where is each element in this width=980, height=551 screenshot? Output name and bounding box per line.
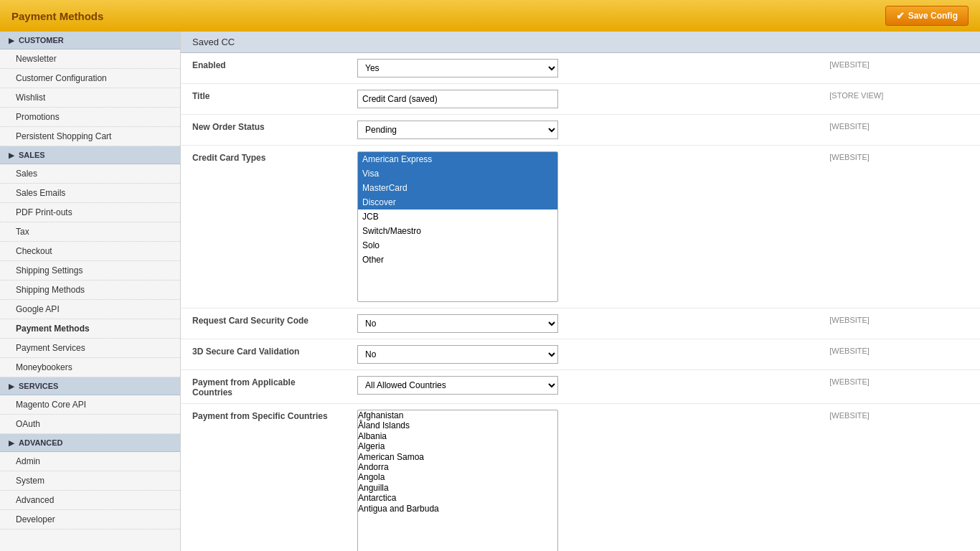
form-row-request-card-security-code: Request Card Security Code No Yes [WEBSI…: [181, 309, 980, 339]
field-control-3d-secure: No Yes: [346, 339, 818, 370]
header-actions: ✔ Save Config: [885, 6, 969, 26]
sidebar-item-magento-core-api[interactable]: Magento Core API: [0, 395, 180, 415]
form-row-enabled: Enabled Yes No [WEBSITE]: [181, 53, 980, 84]
title-input[interactable]: [357, 90, 558, 108]
scope-title: [STORE VIEW]: [818, 84, 980, 115]
sidebar-item-shipping-methods[interactable]: Shipping Methods: [0, 281, 180, 300]
sidebar-item-tax[interactable]: Tax: [0, 222, 180, 242]
scope-enabled: [WEBSITE]: [818, 53, 980, 84]
scope-credit-card-types: [WEBSITE]: [818, 146, 980, 309]
form-row-new-order-status: New Order Status Pending Processing [WEB…: [181, 115, 980, 146]
sidebar-item-developer[interactable]: Developer: [0, 510, 180, 529]
field-control-specific-countries: Afghanistan Åland Islands Albania Algeri…: [346, 404, 818, 552]
sidebar-item-customer-configuration[interactable]: Customer Configuration: [0, 69, 180, 88]
sidebar-item-shipping-settings[interactable]: Shipping Settings: [0, 261, 180, 281]
page-title: Payment Methods: [11, 10, 103, 22]
sidebar-item-checkout[interactable]: Checkout: [0, 242, 180, 261]
field-label-credit-card-types: Credit Card Types: [181, 146, 346, 309]
sidebar-item-google-api[interactable]: Google API: [0, 300, 180, 319]
field-control-enabled: Yes No: [346, 53, 818, 84]
scope-applicable-countries: [WEBSITE]: [818, 370, 980, 404]
scope-specific-countries: [WEBSITE]: [818, 404, 980, 552]
scope-request-card-security-code: [WEBSITE]: [818, 309, 980, 339]
sidebar: ▶ CUSTOMER Newsletter Customer Configura…: [0, 32, 181, 551]
check-icon: ✔: [896, 10, 905, 22]
sidebar-item-pdf-print-outs[interactable]: PDF Print-outs: [0, 203, 180, 222]
applicable-countries-select[interactable]: All Allowed Countries Specific Countries: [357, 376, 558, 395]
sidebar-item-promotions[interactable]: Promotions: [0, 108, 180, 127]
main-layout: ▶ CUSTOMER Newsletter Customer Configura…: [0, 32, 980, 551]
sidebar-item-newsletter[interactable]: Newsletter: [0, 50, 180, 69]
sidebar-section-customer[interactable]: ▶ CUSTOMER: [0, 32, 180, 50]
header-bar: Payment Methods ✔ Save Config: [0, 0, 980, 32]
sidebar-item-admin[interactable]: Admin: [0, 452, 180, 471]
request-card-security-code-select[interactable]: No Yes: [357, 314, 558, 333]
field-control-credit-card-types: American Express Visa MasterCard Discove…: [346, 146, 818, 309]
specific-countries-multiselect[interactable]: Afghanistan Åland Islands Albania Algeri…: [357, 410, 558, 551]
save-config-button[interactable]: ✔ Save Config: [885, 6, 969, 26]
form-table: Enabled Yes No [WEBSITE] Title [: [181, 53, 980, 551]
sidebar-item-payment-methods[interactable]: Payment Methods: [0, 319, 180, 339]
field-label-3d-secure: 3D Secure Card Validation: [181, 339, 346, 370]
form-row-applicable-countries: Payment from Applicable Countries All Al…: [181, 370, 980, 404]
field-label-enabled: Enabled: [181, 53, 346, 84]
scope-new-order-status: [WEBSITE]: [818, 115, 980, 146]
new-order-status-select[interactable]: Pending Processing: [357, 121, 558, 139]
form-row-title: Title [STORE VIEW]: [181, 84, 980, 115]
sidebar-item-oauth[interactable]: OAuth: [0, 415, 180, 434]
field-control-request-card-security-code: No Yes: [346, 309, 818, 339]
sidebar-section-sales[interactable]: ▶ SALES: [0, 146, 180, 164]
credit-card-types-multiselect[interactable]: American Express Visa MasterCard Discove…: [357, 151, 558, 302]
sidebar-item-wishlist[interactable]: Wishlist: [0, 88, 180, 108]
content-area: Saved CC Enabled Yes No [WEBSITE]: [181, 32, 980, 551]
form-row-3d-secure: 3D Secure Card Validation No Yes [WEBSIT…: [181, 339, 980, 370]
form-row-specific-countries: Payment from Specific Countries Afghanis…: [181, 404, 980, 552]
field-control-new-order-status: Pending Processing: [346, 115, 818, 146]
sidebar-item-advanced[interactable]: Advanced: [0, 491, 180, 510]
chevron-right-icon: ▶: [9, 37, 14, 44]
sidebar-section-advanced[interactable]: ▶ ADVANCED: [0, 434, 180, 452]
enabled-select[interactable]: Yes No: [357, 59, 558, 77]
scope-3d-secure: [WEBSITE]: [818, 339, 980, 370]
sidebar-item-system[interactable]: System: [0, 471, 180, 491]
field-label-request-card-security-code: Request Card Security Code: [181, 309, 346, 339]
sidebar-item-payment-services[interactable]: Payment Services: [0, 339, 180, 358]
sidebar-section-services[interactable]: ▶ SERVICES: [0, 377, 180, 395]
content-section-header: Saved CC: [181, 32, 980, 53]
sidebar-item-moneybookers[interactable]: Moneybookers: [0, 358, 180, 377]
chevron-down-icon: ▶: [9, 151, 14, 159]
field-control-title: [346, 84, 818, 115]
chevron-right-icon-advanced: ▶: [9, 439, 14, 447]
field-label-new-order-status: New Order Status: [181, 115, 346, 146]
field-label-title: Title: [181, 84, 346, 115]
field-label-specific-countries: Payment from Specific Countries: [181, 404, 346, 552]
sidebar-item-sales-emails[interactable]: Sales Emails: [0, 184, 180, 203]
chevron-right-icon-services: ▶: [9, 382, 14, 390]
3d-secure-select[interactable]: No Yes: [357, 345, 558, 364]
form-row-credit-card-types: Credit Card Types American Express Visa …: [181, 146, 980, 309]
sidebar-item-persistent-shopping-cart[interactable]: Persistent Shopping Cart: [0, 127, 180, 146]
sidebar-item-sales[interactable]: Sales: [0, 164, 180, 184]
field-control-applicable-countries: All Allowed Countries Specific Countries: [346, 370, 818, 404]
field-label-applicable-countries: Payment from Applicable Countries: [181, 370, 346, 404]
